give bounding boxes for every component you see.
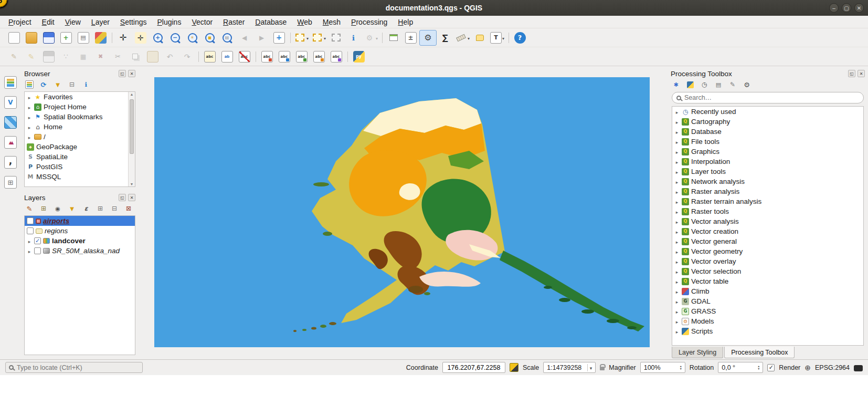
add-raster-layer-icon[interactable] — [3, 115, 18, 130]
menu-edit[interactable]: Edit — [37, 16, 60, 28]
toggle-editing-icon[interactable] — [23, 49, 40, 65]
expand-arrow-icon[interactable] — [674, 297, 680, 305]
expand-arrow-icon[interactable] — [674, 247, 680, 255]
expand-arrow-icon[interactable] — [27, 133, 32, 141]
lock-scale-icon[interactable] — [600, 367, 605, 370]
filter-by-expression-icon[interactable] — [81, 204, 91, 213]
paste-features-icon[interactable] — [144, 49, 161, 65]
scrollbar-thumb[interactable] — [130, 99, 134, 154]
processing-item-layer-tools[interactable]: Layer tools — [672, 167, 863, 176]
separator[interactable] — [288, 30, 293, 46]
open-layer-styling-icon[interactable] — [24, 204, 35, 213]
processing-item-database[interactable]: Database — [672, 127, 863, 137]
processing-item-scripts[interactable]: Scripts — [672, 326, 863, 336]
expand-arrow-icon[interactable] — [674, 257, 680, 265]
zoom-in-icon[interactable] — [149, 30, 166, 46]
menu-project[interactable]: Project — [3, 16, 37, 28]
float-panel-icon[interactable] — [119, 70, 126, 77]
zoom-to-selection-icon[interactable] — [201, 30, 218, 46]
expand-arrow-icon[interactable] — [674, 317, 680, 325]
save-layer-edits-icon[interactable] — [40, 49, 57, 65]
identify-features-icon[interactable] — [345, 30, 362, 46]
browser-item-root[interactable]: / — [25, 132, 135, 142]
menu-mesh[interactable]: Mesh — [317, 16, 346, 28]
expand-arrow-icon[interactable] — [674, 287, 680, 295]
modify-attributes-icon[interactable] — [75, 49, 92, 65]
float-panel-icon[interactable] — [848, 70, 855, 77]
rotation-spinbox[interactable]: 0,0 ° — [718, 362, 763, 373]
menu-plugins[interactable]: Plugins — [152, 16, 186, 28]
properties-icon[interactable] — [81, 80, 91, 89]
select-by-value-icon[interactable] — [310, 30, 327, 46]
separator[interactable] — [253, 49, 258, 65]
processing-search-input[interactable] — [684, 94, 859, 101]
map-tips-icon[interactable] — [471, 30, 489, 46]
processing-item-network-analysis[interactable]: Network analysis — [672, 176, 863, 186]
menu-settings[interactable]: Settings — [115, 16, 152, 28]
processing-item-raster-analysis[interactable]: Raster analysis — [672, 186, 863, 196]
data-source-manager-icon[interactable] — [3, 75, 18, 90]
expand-arrow-icon[interactable] — [674, 327, 680, 335]
filter-browser-icon[interactable] — [52, 80, 63, 89]
remove-layer-icon[interactable] — [123, 204, 134, 213]
style-manager-icon[interactable] — [92, 30, 109, 46]
processing-toolbox-toggle-icon[interactable] — [419, 30, 437, 46]
select-features-icon[interactable] — [293, 30, 310, 46]
expand-arrow-icon[interactable] — [674, 207, 680, 215]
expand-arrow-icon[interactable] — [674, 307, 680, 315]
add-group-icon[interactable] — [38, 204, 49, 213]
undo-icon[interactable] — [161, 49, 178, 65]
close-panel-icon[interactable] — [858, 70, 865, 77]
messages-icon[interactable] — [854, 365, 863, 371]
browser-item-geopackage[interactable]: GeoPackage — [25, 142, 135, 152]
crs-label[interactable]: EPSG:2964 — [815, 364, 850, 371]
browser-item-spatial-bookmarks[interactable]: Spatial Bookmarks — [25, 112, 135, 122]
close-panel-icon[interactable] — [128, 70, 135, 77]
layer-checkbox[interactable] — [34, 237, 41, 244]
render-checkbox[interactable] — [767, 364, 775, 371]
browser-item-project-home[interactable]: Project Home — [25, 102, 135, 112]
models-menu-icon[interactable] — [671, 80, 681, 89]
move-label-icon[interactable] — [293, 49, 310, 65]
zoom-last-icon[interactable] — [236, 30, 253, 46]
separator[interactable] — [506, 30, 511, 46]
browser-scrollbar[interactable] — [128, 92, 135, 186]
tab-layer-styling[interactable]: Layer Styling — [672, 347, 723, 358]
processing-item-grass[interactable]: GRASS — [672, 306, 863, 316]
separator[interactable] — [345, 49, 350, 65]
expand-arrow-icon[interactable] — [674, 148, 680, 155]
layer-labeling-icon[interactable] — [201, 49, 218, 65]
processing-item-gdal[interactable]: GDAL — [672, 296, 863, 306]
save-project-icon[interactable] — [40, 30, 57, 46]
spin-arrows-icon[interactable] — [758, 365, 759, 370]
deselect-features-icon[interactable] — [327, 30, 345, 46]
text-annotation-icon[interactable] — [489, 30, 506, 46]
scale-dropdown-arrow[interactable] — [587, 364, 592, 371]
add-mesh-layer-icon[interactable] — [3, 134, 18, 150]
menu-web[interactable]: Web — [292, 16, 317, 28]
layer-checkbox[interactable] — [27, 227, 34, 234]
change-label-icon[interactable] — [310, 49, 327, 65]
coordinate-input[interactable] — [442, 362, 505, 373]
expand-arrow-icon[interactable] — [27, 103, 32, 111]
zoom-out-icon[interactable] — [166, 30, 184, 46]
refresh-icon[interactable] — [38, 80, 49, 89]
menu-database[interactable]: Database — [250, 16, 292, 28]
new-project-icon[interactable] — [5, 30, 23, 46]
separator[interactable] — [109, 30, 114, 46]
scripts-menu-icon[interactable] — [685, 80, 695, 89]
layer-item-landcover[interactable]: landcover — [25, 236, 135, 246]
close-button[interactable]: ✕ — [854, 3, 864, 13]
tab-processing-toolbox[interactable]: Processing Toolbox — [724, 347, 795, 358]
processing-item-file-tools[interactable]: File tools — [672, 137, 863, 147]
highlight-pinned-labels-icon[interactable] — [276, 49, 293, 65]
menu-processing[interactable]: Processing — [346, 16, 393, 28]
expand-arrow-icon[interactable] — [674, 277, 680, 285]
processing-item-vector-selection[interactable]: Vector selection — [672, 266, 863, 276]
processing-item-models[interactable]: Models — [672, 316, 863, 326]
zoom-to-layer-icon[interactable] — [218, 30, 236, 46]
expand-arrow-icon[interactable] — [27, 237, 32, 245]
layer-checkbox[interactable] — [34, 247, 41, 254]
expand-arrow-icon[interactable] — [674, 237, 680, 245]
python-console-icon[interactable] — [350, 49, 367, 65]
